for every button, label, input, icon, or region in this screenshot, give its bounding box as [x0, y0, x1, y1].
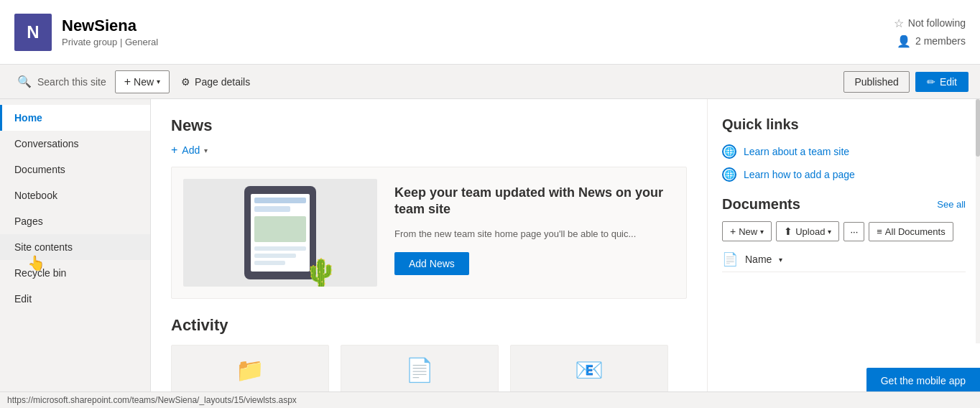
- name-column-label: Name: [745, 254, 772, 265]
- chevron-down-icon: ▾: [779, 256, 782, 264]
- not-following-button[interactable]: ☆ Not following: [894, 17, 966, 30]
- docs-new-label: New: [739, 226, 757, 237]
- sidebar-item-pages[interactable]: Pages: [0, 208, 150, 234]
- search-icon: 🔍: [17, 75, 32, 88]
- add-news-button[interactable]: Add News: [394, 252, 469, 275]
- docs-new-button[interactable]: + New ▾: [722, 221, 772, 241]
- toolbar-right: Published ✏ Edit: [843, 71, 969, 93]
- members-button[interactable]: 👤 2 members: [897, 34, 966, 48]
- chevron-down-icon: ▾: [204, 147, 208, 154]
- gear-icon: ⚙: [181, 76, 190, 88]
- sidebar-item-label: Edit: [14, 293, 32, 305]
- sidebar-item-label: Pages: [14, 215, 43, 227]
- chevron-down-icon: ▾: [760, 228, 764, 236]
- docs-toolbar: + New ▾ ⬆ Upload ▾ ··· ≡ All Documents: [722, 221, 966, 241]
- sidebar-item-site-contents[interactable]: 👆 Site contents: [0, 234, 150, 260]
- news-image: 🌵: [183, 179, 377, 287]
- documents-section: Documents See all + New ▾ ⬆ Upload ▾ ···: [722, 196, 966, 272]
- site-avatar: N: [14, 14, 52, 51]
- mobile-app-banner[interactable]: Get the mobile app: [866, 368, 980, 394]
- sidebar-item-notebook[interactable]: Notebook: [0, 182, 150, 208]
- top-header: N NewSiena Private group | General ☆ Not…: [0, 0, 980, 65]
- scroll-indicator[interactable]: [976, 99, 980, 343]
- news-title: News: [171, 116, 687, 135]
- toolbar: 🔍 Search this site + New ▾ ⚙ Page detail…: [0, 65, 980, 99]
- docs-all-documents-button[interactable]: ≡ All Documents: [869, 222, 953, 241]
- activity-section: Activity 📁 📄 📧: [171, 316, 687, 395]
- page-details-label: Page details: [195, 76, 250, 88]
- activity-card-3: 📧: [510, 345, 668, 395]
- sidebar-item-documents[interactable]: Documents: [0, 157, 150, 182]
- site-info: NewSiena Private group | General: [62, 17, 158, 47]
- list-icon: ≡: [877, 226, 882, 237]
- page-details-button[interactable]: ⚙ Page details: [172, 72, 259, 92]
- upload-icon: ⬆: [784, 226, 792, 237]
- activity-title: Activity: [171, 316, 687, 335]
- add-button[interactable]: + Add ▾: [171, 144, 687, 157]
- pencil-icon: ✏: [927, 76, 935, 88]
- docs-more-button[interactable]: ···: [843, 222, 864, 241]
- main-layout: Home Conversations Documents Notebook Pa…: [0, 99, 980, 408]
- new-button[interactable]: + New ▾: [115, 70, 170, 93]
- new-label: New: [134, 76, 154, 88]
- docs-title: Documents: [722, 196, 800, 213]
- sidebar-item-label: Recycle bin: [14, 267, 66, 279]
- right-panel: Quick links 🌐 Learn about a team site 🌐 …: [707, 99, 980, 408]
- sidebar-item-label: Notebook: [14, 190, 57, 201]
- globe-icon-2: 🌐: [722, 167, 736, 182]
- sidebar-item-label: Site contents: [14, 241, 73, 253]
- sidebar-item-label: Documents: [14, 164, 65, 175]
- sidebar-item-recycle-bin[interactable]: Recycle bin: [0, 260, 150, 286]
- globe-icon: 🌐: [722, 144, 736, 159]
- sidebar-item-conversations[interactable]: Conversations: [0, 131, 150, 157]
- search-label: Search this site: [37, 76, 106, 88]
- quick-link-2-label: Learn how to add a page: [744, 169, 855, 180]
- sidebar-item-edit[interactable]: Edit: [0, 286, 150, 312]
- toolbar-left: 🔍 Search this site + New ▾ ⚙ Page detail…: [11, 70, 259, 93]
- file-icon: 📄: [722, 251, 738, 267]
- edit-button[interactable]: ✏ Edit: [915, 72, 969, 92]
- docs-name-header: 📄 Name ▾: [722, 247, 966, 272]
- plus-icon: +: [124, 75, 131, 88]
- person-icon: 👤: [897, 34, 911, 48]
- sidebar-item-home[interactable]: Home: [0, 105, 150, 131]
- status-bar: https://microsoft.sharepoint.com/teams/N…: [0, 391, 980, 408]
- quick-link-2[interactable]: 🌐 Learn how to add a page: [722, 167, 966, 182]
- news-card: 🌵 Keep your team updated with News on yo…: [171, 167, 687, 299]
- copy-icon: 📄: [405, 356, 434, 384]
- published-button[interactable]: Published: [843, 71, 910, 93]
- all-docs-label: All Documents: [885, 226, 946, 237]
- sidebar-item-label: Home: [14, 112, 42, 124]
- content-area: News + Add ▾: [151, 99, 980, 408]
- docs-upload-button[interactable]: ⬆ Upload ▾: [776, 221, 839, 241]
- not-following-label: Not following: [908, 17, 966, 29]
- chevron-down-icon: ▾: [157, 78, 160, 85]
- sidebar-item-label: Conversations: [14, 138, 79, 149]
- site-identity: N NewSiena Private group | General: [14, 14, 158, 51]
- activity-card-2: 📄: [341, 345, 499, 395]
- plus-icon: +: [730, 226, 736, 237]
- main-content: News + Add ▾: [151, 99, 707, 408]
- edit-label: Edit: [940, 76, 957, 88]
- quick-link-1-label: Learn about a team site: [744, 146, 849, 157]
- see-all-link[interactable]: See all: [937, 199, 966, 210]
- top-right-actions: ☆ Not following 👤 2 members: [894, 17, 966, 48]
- news-description: From the new team site home page you'll …: [394, 227, 675, 241]
- activity-cards: 📁 📄 📧: [171, 345, 687, 395]
- news-text: Keep your team updated with News on your…: [394, 179, 675, 275]
- folder-icon: 📁: [236, 356, 264, 384]
- news-section: News + Add ▾: [171, 116, 687, 299]
- quick-links-section: Quick links 🌐 Learn about a team site 🌐 …: [722, 116, 966, 182]
- quick-links-title: Quick links: [722, 116, 966, 133]
- scroll-thumb[interactable]: [976, 99, 980, 157]
- status-url: https://microsoft.sharepoint.com/teams/N…: [7, 395, 297, 405]
- docs-upload-label: Upload: [795, 226, 825, 237]
- star-icon: ☆: [894, 17, 904, 30]
- add-label: Add: [182, 144, 200, 156]
- site-name: NewSiena: [62, 17, 158, 35]
- quick-link-1[interactable]: 🌐 Learn about a team site: [722, 144, 966, 159]
- docs-header: Documents See all: [722, 196, 966, 213]
- members-label: 2 members: [915, 35, 966, 47]
- search-box[interactable]: 🔍 Search this site: [11, 72, 112, 91]
- plus-icon: +: [171, 144, 177, 157]
